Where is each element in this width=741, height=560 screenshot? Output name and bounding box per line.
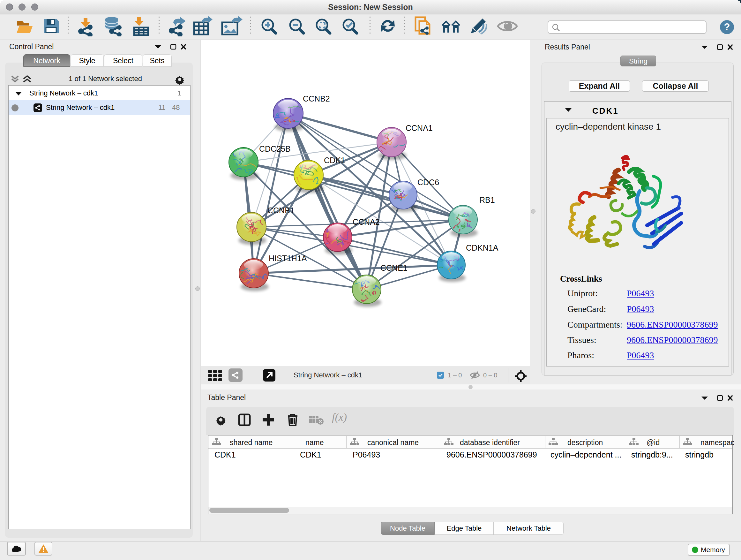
svg-text:CCNB1: CCNB1 bbox=[267, 206, 294, 215]
svg-text:CDKN1A: CDKN1A bbox=[466, 243, 498, 252]
svg-text:RB1: RB1 bbox=[479, 195, 495, 204]
svg-text:CDC6: CDC6 bbox=[417, 178, 439, 187]
svg-text:HIST1H1A: HIST1H1A bbox=[269, 254, 307, 263]
svg-text:CCNA2: CCNA2 bbox=[353, 217, 380, 226]
svg-text:CDK1: CDK1 bbox=[324, 156, 345, 165]
svg-text:CCNE1: CCNE1 bbox=[381, 263, 408, 272]
svg-text:CDC25B: CDC25B bbox=[259, 144, 291, 153]
svg-text:CCNB2: CCNB2 bbox=[303, 94, 330, 103]
svg-text:CCNA1: CCNA1 bbox=[406, 124, 433, 132]
